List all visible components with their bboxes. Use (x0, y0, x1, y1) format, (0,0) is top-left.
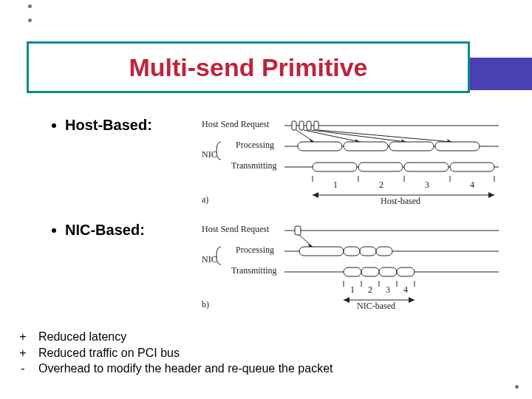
svg-rect-16 (344, 142, 388, 151)
diagram-nic-based: Host Send Request Processing NIC Transmi… (185, 222, 517, 309)
nic-brace-label: NIC (202, 254, 217, 265)
tick-2: 2 (368, 284, 372, 295)
caption-host-tag: a) (202, 194, 208, 204)
nic-brace-icon (216, 247, 221, 265)
list-item: - Overhead to modify the header and re-q… (18, 361, 332, 377)
section-host: Host-Based: Host Send Request Processing… (52, 117, 517, 204)
section-nic-text: NIC-Based: (65, 222, 145, 239)
tick-3: 3 (386, 284, 390, 295)
item-sign: + (18, 345, 28, 361)
svg-rect-17 (389, 142, 434, 151)
tick-2: 2 (379, 180, 383, 190)
bullet-icon (52, 228, 56, 233)
svg-line-35 (299, 235, 313, 247)
svg-rect-6 (314, 121, 318, 130)
svg-rect-39 (360, 247, 376, 256)
svg-rect-42 (361, 267, 379, 276)
svg-line-9 (311, 130, 406, 142)
svg-rect-34 (295, 226, 301, 235)
svg-rect-40 (376, 247, 392, 256)
nic-brace-label: NIC (202, 149, 217, 160)
svg-rect-22 (450, 163, 494, 171)
lane-label-transmitting: Transmitting (231, 160, 277, 171)
svg-rect-38 (344, 247, 360, 256)
svg-line-8 (304, 130, 360, 142)
diagram-host-based: Host Send Request Processing NIC Transmi… (185, 117, 517, 204)
svg-rect-41 (344, 267, 361, 276)
pros-cons-list: + Reduced latency + Reduced traffic on P… (18, 329, 332, 377)
tick-1: 1 (333, 180, 338, 190)
section-host-label: Host-Based: (52, 117, 185, 134)
item-sign: - (18, 361, 28, 377)
list-item: + Reduced latency (18, 329, 332, 345)
section-nic-label: NIC-Based: (52, 222, 185, 239)
svg-rect-15 (298, 142, 342, 151)
svg-rect-20 (358, 163, 403, 171)
title-box: Multi-send Primitive (27, 41, 470, 93)
lane-label-processing: Processing (236, 245, 274, 255)
svg-rect-43 (379, 267, 397, 276)
section-nic: NIC-Based: Host Send Request Processing … (52, 222, 517, 309)
svg-rect-18 (435, 142, 480, 151)
svg-marker-52 (409, 297, 415, 303)
svg-rect-37 (299, 247, 344, 256)
tick-4: 4 (403, 284, 408, 295)
svg-rect-44 (397, 267, 415, 276)
svg-rect-4 (299, 121, 304, 130)
item-text: Reduced latency (38, 329, 126, 345)
lane-label-transmitting: Transmitting (231, 265, 277, 276)
svg-rect-21 (404, 163, 449, 171)
lane-label-host-send: Host Send Request (202, 224, 270, 234)
slide-title: Multi-send Primitive (129, 53, 367, 82)
section-host-text: Host-Based: (65, 117, 152, 134)
list-item: + Reduced traffic on PCI bus (18, 345, 332, 361)
tick-1: 1 (350, 284, 355, 295)
caption-nic-tag: b) (202, 299, 209, 309)
svg-rect-19 (313, 163, 357, 171)
decor-dots-top-left (28, 4, 32, 33)
svg-rect-3 (292, 121, 296, 130)
tick-4: 4 (470, 180, 474, 190)
decor-dot-bottom-right (515, 385, 519, 389)
caption-host-text: Host-based (381, 196, 420, 204)
item-text: Overhead to modify the header and re-que… (38, 361, 332, 377)
lane-label-host-send: Host Send Request (202, 119, 270, 129)
svg-marker-29 (313, 192, 318, 198)
svg-marker-51 (344, 297, 349, 303)
bullet-icon (52, 123, 56, 128)
svg-marker-30 (488, 192, 494, 198)
nic-brace-icon (216, 142, 221, 160)
tick-3: 3 (425, 180, 429, 190)
lane-label-processing: Processing (236, 140, 274, 150)
caption-nic-text: NIC-based (357, 301, 395, 309)
svg-rect-5 (307, 121, 311, 130)
item-text: Reduced traffic on PCI bus (38, 345, 180, 361)
svg-line-10 (318, 130, 451, 142)
item-sign: + (18, 329, 28, 345)
